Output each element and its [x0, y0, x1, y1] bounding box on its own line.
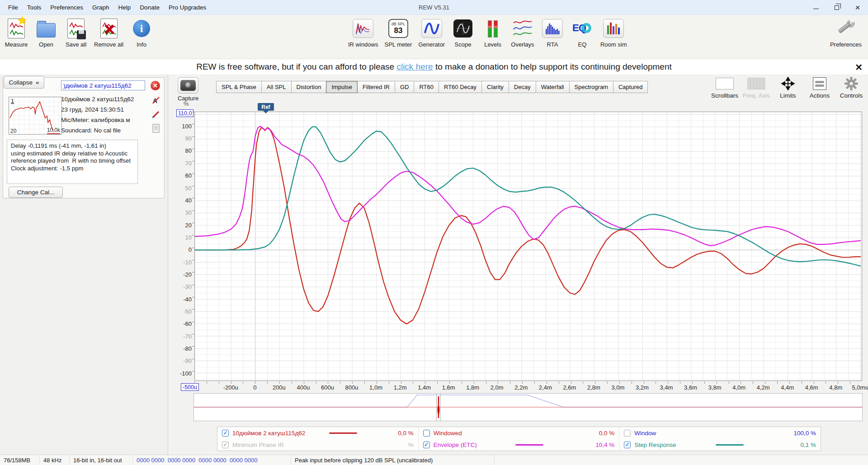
tab-clarity[interactable]: Clarity: [481, 81, 509, 93]
overview-strip[interactable]: [193, 393, 863, 421]
checkbox-window[interactable]: [624, 430, 631, 437]
save-all-icon: [67, 19, 85, 38]
trace-color-pencil-icon[interactable]: [151, 110, 160, 119]
x-tick-label--200u: -200u: [218, 384, 243, 391]
impulse-plot-area[interactable]: [194, 112, 862, 381]
menu-help[interactable]: Help: [114, 0, 136, 15]
x-tick-label-4,6m: 4,6m: [799, 384, 824, 391]
minimize-button[interactable]: [806, 0, 826, 15]
donation-link[interactable]: click here: [396, 62, 433, 71]
graph-button-scrollbars[interactable]: Scrollbars: [711, 77, 739, 99]
y-axis-max-field[interactable]: 110,0: [176, 109, 193, 117]
checkbox-step-response[interactable]: ✓: [624, 442, 631, 448]
toolbar-button-measure[interactable]: Measure: [5, 18, 28, 48]
x-tick-label-400u: 400u: [291, 384, 316, 391]
x-tick-label-3,6m: 3,6m: [678, 384, 703, 391]
measurement-title-input[interactable]: [61, 80, 145, 90]
toolbar-button-label: Overlays: [511, 41, 534, 48]
legend-value: 0,0 %: [381, 430, 414, 437]
x-tick-label-4,4m: 4,4m: [775, 384, 800, 391]
toolbar-button-levels[interactable]: Levels: [481, 18, 505, 48]
graph-button-actions[interactable]: Actions: [806, 77, 834, 99]
graph-button-controls[interactable]: Controls: [837, 77, 865, 99]
toolbar-button-overlays[interactable]: Overlays: [511, 18, 534, 48]
camera-icon: [180, 80, 196, 91]
ref-time-marker[interactable]: Ref: [258, 103, 274, 111]
menu-graph[interactable]: Graph: [88, 0, 114, 15]
y-tick-label-30: 30: [172, 209, 192, 216]
overlays-icon: [513, 19, 533, 39]
menu-tools[interactable]: Tools: [23, 0, 46, 15]
toolbar-button-save-all[interactable]: Save all: [64, 18, 88, 48]
tab-spectrogram[interactable]: Spectrogram: [569, 81, 613, 93]
capture-button[interactable]: Capture: [175, 77, 202, 102]
menu-file[interactable]: File: [4, 0, 23, 15]
menu-pro-upgrades[interactable]: Pro Upgrades: [164, 0, 211, 15]
toolbar-right-group: Preferences: [830, 18, 862, 48]
checkbox-minimum-phase-ir[interactable]: ✓: [222, 442, 229, 448]
graph-button-limits[interactable]: Limits: [774, 77, 802, 99]
tab-decay[interactable]: Decay: [509, 81, 536, 93]
x-tick-label-3,4m: 3,4m: [654, 384, 679, 391]
tab-spl-phase[interactable]: SPL & Phase: [216, 81, 262, 93]
menubar: FileToolsPreferencesGraphHelpDonatePro U…: [0, 0, 211, 15]
toolbar-button-label: Levels: [484, 41, 501, 48]
window-controls: ×: [806, 0, 868, 15]
checkbox-10дюймов-2-катуш115д62[interactable]: ✓: [222, 430, 229, 437]
toolbar-button-remove-all[interactable]: ×Remove all: [94, 18, 123, 48]
thumbnail-xmax-label: 10,0k: [47, 127, 60, 134]
toolbar-button-rta[interactable]: RTA: [541, 18, 564, 48]
graph-toolbuttons: ScrollbarsFreq. AxisLimitsActionsControl…: [711, 77, 865, 99]
toolbar-button-preferences[interactable]: Preferences: [830, 18, 862, 48]
delete-measurement-button[interactable]: ✕: [151, 81, 160, 90]
toolbar-button-generator[interactable]: Generator: [418, 18, 445, 48]
tab-rt60-decay[interactable]: RT60 Decay: [439, 81, 482, 93]
close-button[interactable]: ×: [847, 0, 868, 15]
restore-button[interactable]: [826, 0, 847, 15]
tab-gd[interactable]: GD: [395, 81, 415, 93]
tab-waterfall[interactable]: Waterfall: [536, 81, 570, 93]
toolbar-button-spl-meter[interactable]: dB SPL83SPL meter: [384, 18, 412, 48]
legend-column-2: Windowed0,0 %✓Envelope (ETC)10,4 %: [419, 427, 620, 451]
menu-preferences[interactable]: Preferences: [46, 0, 88, 15]
toolbar-button-ir-windows[interactable]: IR windows: [348, 18, 378, 48]
toolbar-button-label: Room sim: [600, 41, 627, 48]
x-axis-min-field[interactable]: -500u: [181, 383, 199, 391]
y-tick-label-90: 90: [172, 135, 192, 142]
tab-captured[interactable]: Captured: [613, 81, 648, 93]
checkbox-envelope-etc-[interactable]: ✓: [423, 442, 430, 448]
measurement-info-line-2: 23 груд. 2024 15:30:51: [61, 104, 147, 115]
toolbar: MeasureOpenSave all×Remove alliInfo IR w…: [0, 15, 868, 59]
legend-value: 100,0 %: [783, 430, 816, 437]
change-cal-button[interactable]: Change Cal...: [9, 187, 63, 198]
measurement-card[interactable]: 1 20 10,0k ✕ 10дюймов 2 катуш115д6223 гр…: [3, 77, 165, 198]
notes-icon[interactable]: [151, 124, 160, 133]
collapse-panel-button[interactable]: Collapse «: [4, 76, 44, 89]
measurement-thumbnail[interactable]: 1 20 10,0k: [9, 97, 62, 135]
toolbar-button-eq[interactable]: EQEQ: [571, 18, 594, 48]
x-tick-label-2,0m: 2,0m: [484, 384, 509, 391]
x-tick-label-600u: 600u: [315, 384, 340, 391]
tab-all-spl[interactable]: All SPL: [261, 81, 292, 93]
toolbar-button-label: IR windows: [348, 41, 378, 48]
banner-close-icon[interactable]: ✕: [855, 62, 863, 73]
x-tick-label-2,8m: 2,8m: [581, 384, 606, 391]
toolbar-button-scope[interactable]: Scope: [451, 18, 475, 48]
toolbar-button-info[interactable]: iInfo: [130, 18, 153, 48]
tab-filtered-ir[interactable]: Filtered IR: [357, 81, 395, 93]
legend-item-minimum-phase-ir: ✓Minimum Phase IR%: [217, 439, 418, 451]
menu-donate[interactable]: Donate: [135, 0, 164, 15]
toolbar-button-room-sim[interactable]: Room sim: [600, 18, 627, 48]
checkbox-windowed[interactable]: [423, 430, 430, 437]
toolbar-button-open[interactable]: Open: [34, 18, 58, 48]
legend-label: Envelope (ETC): [434, 442, 477, 448]
tab-rt60[interactable]: RT60: [414, 81, 439, 93]
remove-all-icon: ×: [100, 19, 118, 38]
tab-impulse[interactable]: Impulse: [326, 81, 358, 93]
limits-arrows-icon: [781, 77, 795, 90]
x-tick-label-4,8m: 4,8m: [823, 384, 849, 391]
toolbar-button-label: Open: [39, 41, 53, 48]
scrollbars-icon: [716, 78, 734, 89]
tab-distortion[interactable]: Distortion: [291, 81, 327, 93]
trace-style-icon[interactable]: A: [151, 96, 160, 105]
